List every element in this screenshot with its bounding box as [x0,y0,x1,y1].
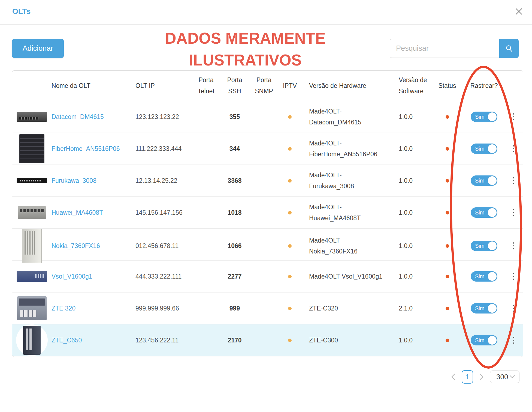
header-versao-hardware: Versão de Hardware [304,82,394,89]
header-olt-ip: OLT IP [135,82,195,89]
table-row: ZTE 320 999.999.999.66 999 ZTE-C320 2.1.… [12,292,523,324]
hardware-version: Made4OLT-Datacom_DM4615 [309,106,361,128]
header-iptv: IPTV [276,82,304,89]
toggle-label: Sim [471,243,484,249]
toggle-knob [488,304,497,313]
toggle-label: Sim [471,146,484,152]
current-page[interactable]: 1 [462,370,473,384]
watermark-line-2: ILUSTRATIVOS [125,49,365,71]
status-dot [446,275,449,278]
kebab-menu-icon[interactable] [512,303,516,314]
pagination: 1 300 [450,370,519,384]
hardware-version: Made4OLT-Vsol_V1600g1 [309,271,382,282]
device-thumbnail [17,271,47,282]
track-toggle[interactable]: Sim [471,335,497,345]
table-row: Furukawa_3008 12.13.14.25.22 3368 Made4O… [12,165,523,196]
device-thumbnail [17,296,47,320]
track-toggle[interactable]: Sim [471,271,497,282]
toggle-label: Sim [471,114,484,120]
device-thumbnail [18,206,46,219]
hardware-version: ZTE-C300 [309,335,338,346]
kebab-menu-icon[interactable] [512,335,516,345]
toggle-knob [488,208,497,217]
search-button[interactable] [499,39,519,58]
table-row-selected: ZTE_C650 123.456.222.11 2170 ZTE-C300 1.… [12,324,523,356]
close-button[interactable] [513,6,524,17]
olt-name-link[interactable]: Vsol_V1600g1 [52,273,92,280]
kebab-menu-icon[interactable] [512,144,516,154]
header-nome-da-olt: Nome da OLT [52,82,135,89]
status-dot [446,115,449,119]
software-version: 1.0.0 [394,273,431,280]
track-toggle[interactable]: Sim [471,144,497,154]
porta-ssh: 2277 [217,273,252,280]
toggle-knob [488,176,497,185]
status-dot [446,244,449,248]
page-size-select[interactable]: 300 [490,371,519,383]
track-toggle[interactable]: Sim [471,175,497,186]
track-toggle[interactable]: Sim [471,303,497,314]
search-input[interactable] [390,39,499,58]
table-row: Datacom_DM4615 123.123.123.22 355 Made4O… [12,101,523,133]
prev-page-button[interactable] [450,373,457,380]
olt-name-link[interactable]: Datacom_DM4615 [52,113,104,121]
device-thumbnail [17,178,47,183]
device-thumbnail [17,112,47,122]
iptv-status-dot [288,275,292,278]
next-page-button[interactable] [478,373,485,380]
software-version: 2.1.0 [394,305,431,312]
track-toggle[interactable]: Sim [471,207,497,218]
olt-name-link[interactable]: FiberHome_AN5516P06 [52,145,120,153]
kebab-menu-icon[interactable] [512,207,516,218]
olt-ip: 145.156.147.156 [135,209,195,216]
kebab-menu-icon[interactable] [512,271,516,282]
toggle-knob [488,336,497,345]
hardware-version: Made4OLT-FiberHome_AN5516P06 [309,138,377,160]
hardware-version: Made4OLT-Nokia_7360FX16 [309,235,358,257]
olt-name-link[interactable]: Furukawa_3008 [52,177,96,184]
hardware-version: Made4OLT-Furukawa_3008 [309,170,354,192]
software-version: 1.0.0 [394,145,431,153]
header-status: Status [431,82,464,89]
olt-ip: 444.333.222.111 [135,273,195,280]
track-toggle[interactable]: Sim [471,241,497,251]
status-dot [446,179,449,183]
iptv-status-dot [288,307,292,310]
table-row: Huawei_MA4608T 145.156.147.156 1018 Made… [12,196,523,228]
olt-name-link[interactable]: ZTE_C650 [52,337,82,344]
close-icon [515,7,523,16]
olt-name-link[interactable]: ZTE 320 [52,305,75,312]
software-version: 1.0.0 [394,177,431,184]
iptv-status-dot [288,115,292,119]
hardware-version: Made4OLT-Huawei_MA4608T [309,202,361,223]
kebab-menu-icon[interactable] [512,241,516,251]
illustrative-data-watermark: DADOS MERAMENTE ILUSTRATIVOS [125,27,365,71]
watermark-line-1: DADOS MERAMENTE [125,27,365,49]
porta-ssh: 344 [217,145,252,153]
chevron-left-icon [451,373,456,380]
porta-ssh: 999 [217,305,252,312]
porta-ssh: 355 [217,113,252,121]
iptv-status-dot [288,244,292,248]
olt-name-link[interactable]: Huawei_MA4608T [52,209,103,216]
hardware-version: ZTE-C320 [309,303,338,314]
iptv-status-dot [288,147,292,151]
toggle-knob [488,241,497,250]
track-toggle[interactable]: Sim [471,112,497,122]
kebab-menu-icon[interactable] [512,112,516,122]
olt-ip: 123.456.222.11 [135,337,195,344]
toggle-knob [488,272,497,281]
modal-title: OLTs [12,7,31,16]
iptv-status-dot [288,211,292,214]
status-dot [446,147,449,151]
thumbnail-circle [16,324,48,356]
software-version: 1.0.0 [394,337,431,344]
kebab-menu-icon[interactable] [512,175,516,186]
olt-name-link[interactable]: Nokia_7360FX16 [52,242,100,250]
header-rastrear: Rastrear? [464,82,504,89]
software-version: 1.0.0 [394,113,431,121]
header-porta-snmp: PortaSNMP [252,74,276,97]
toggle-label: Sim [471,305,484,312]
add-olt-button[interactable]: Adicionar [12,39,64,58]
software-version: 1.0.0 [394,242,431,250]
